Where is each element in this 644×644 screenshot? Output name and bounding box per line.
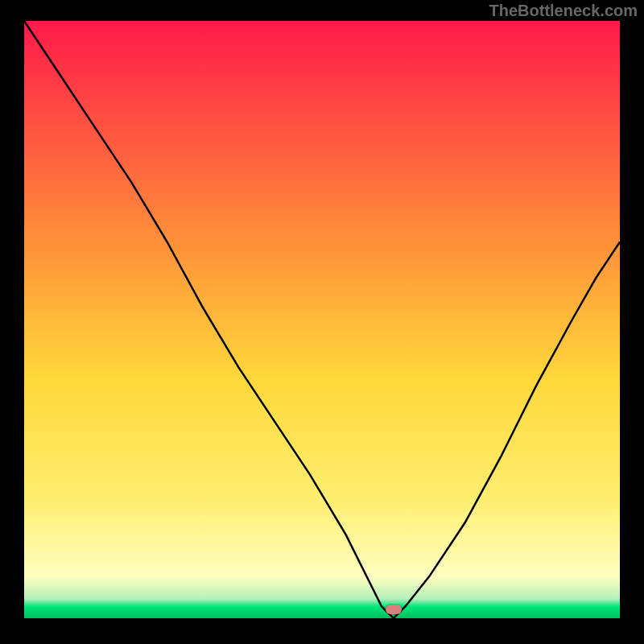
bottleneck-curve — [24, 21, 620, 618]
watermark-text: TheBottleneck.com — [489, 2, 638, 20]
plot-area — [24, 21, 620, 618]
optimal-point-marker — [386, 605, 402, 614]
chart-frame: TheBottleneck.com — [0, 0, 644, 644]
